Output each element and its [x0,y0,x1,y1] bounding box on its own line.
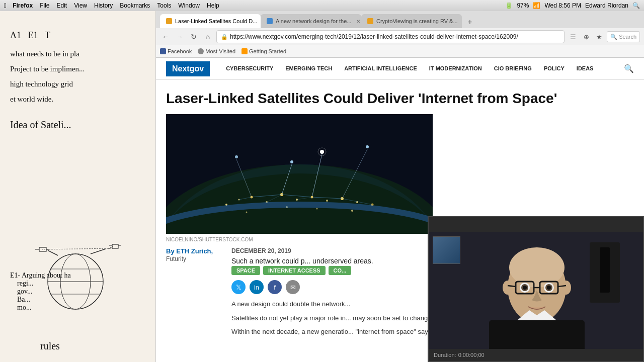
window-menu[interactable]: Window [178,2,200,9]
star-favicon [242,48,248,54]
most-visited-label: Most Visited [205,48,235,54]
nextgov-logo[interactable]: Nextgov [166,61,210,76]
bookmarks-bar: Facebook Most Visited Getting Started [156,45,644,57]
svg-point-60 [561,281,571,295]
note-line-9: gov... [10,288,145,296]
share-email-button[interactable]: ✉ [286,280,300,294]
view-menu[interactable]: View [74,2,87,9]
svg-line-14 [42,248,113,249]
extensions-icon[interactable]: ⊕ [581,31,592,42]
svg-rect-54 [600,247,610,293]
note-line-8: regi... [10,280,145,288]
nav-cio[interactable]: CIO BRIEFING [488,58,538,80]
facebook-favicon [160,48,166,54]
forward-button[interactable]: → [174,31,185,42]
nav-ideas[interactable]: IDEAS [571,58,600,80]
article-author: By ETH Zurich, Futurity [166,247,216,262]
article-author-block: By ETH Zurich, Futurity [166,247,216,341]
toolbar-icons: ☰ ⊕ ★ 🔍 Search [568,31,640,42]
apple-menu[interactable]:  [4,2,7,10]
author-name[interactable]: By ETH Zurich, [166,247,213,255]
note-rules: rules [40,340,60,352]
video-thumbnail [433,236,460,264]
tab-label-2: A new network design for the... [276,18,351,24]
tab-1[interactable]: Laser-Linked Satellites Could D... ✕ [160,14,261,28]
site-search-icon[interactable]: 🔍 [624,64,634,73]
svg-point-47 [366,145,369,148]
bookmarks-menu[interactable]: Bookmarks [120,2,150,9]
article-title: Laser-Linked Satellites Could Deliver 'I… [166,90,634,107]
nav-policy[interactable]: POLICY [538,58,571,80]
note-line-4: high technology grid [10,76,145,92]
tab-close-2[interactable]: ✕ [356,19,360,24]
battery-level: 97% [517,2,529,9]
nav-menu: CYBERSECURITY EMERGING TECH ARTIFICIAL I… [220,58,624,80]
tools-menu[interactable]: Tools [157,2,171,9]
note-line-3: Project to be implimen... [10,61,145,76]
svg-point-26 [326,200,328,202]
bookmark-most-visited[interactable]: Most Visited [198,48,235,54]
share-linkedin-button[interactable]: in [250,280,264,294]
share-twitter-button[interactable]: 𝕏 [231,280,246,294]
history-menu[interactable]: History [94,2,113,9]
tab-label-3: CryptoViewing is creating RV &... [376,18,458,24]
bookmark-getting-started[interactable]: Getting Started [242,48,286,54]
note-line-2: what needs to be in pla [10,46,145,61]
svg-line-5 [91,249,106,254]
back-button[interactable]: ← [160,31,171,42]
note-line-5: et world wide. [10,92,145,107]
help-menu[interactable]: Help [207,2,219,9]
author-org: Futurity [166,255,186,262]
svg-point-48 [235,155,238,158]
nextgov-header: Nextgov CYBERSECURITY EMERGING TECH ARTI… [156,58,644,80]
tag-internet-access[interactable]: INTERNET ACCESS [263,266,326,275]
tab-favicon-3 [367,18,373,24]
search-label: Search [619,34,636,40]
article-image [166,114,433,234]
nav-emerging-tech[interactable]: EMERGING TECH [279,58,338,80]
nav-it-mod[interactable]: IT MODERNIZATION [423,58,488,80]
browser-chrome: Laser-Linked Satellites Could D... ✕ A n… [156,11,644,58]
new-tab-button[interactable]: + [464,16,476,28]
reader-view-icon[interactable]: ☰ [568,31,579,42]
refresh-button[interactable]: ↻ [188,31,199,42]
tab-3[interactable]: CryptoViewing is creating RV &... ✕ [361,14,462,28]
duration-value: 0:00:00;00 [458,352,485,358]
edit-menu[interactable]: Edit [56,2,67,9]
address-bar[interactable]: 🔒 https://www.nextgov.com/emerging-tech/… [216,30,565,43]
search-icon-small: 🔍 [610,34,617,40]
svg-point-30 [246,211,248,213]
search-icon[interactable]: 🔍 [632,2,640,9]
search-box[interactable]: 🔍 Search [607,31,640,42]
bookmark-facebook[interactable]: Facebook [160,48,192,54]
main-layout: A1 E1 T what needs to be in pla Project … [0,11,644,362]
nav-ai[interactable]: ARTIFICIAL INTELLIGENCE [338,58,423,80]
tag-col[interactable]: CO... [329,266,352,275]
note-line-6: Idea of Sateli... [10,115,145,135]
svg-point-45 [290,160,293,163]
home-button[interactable]: ⌂ [202,31,213,42]
note-line-10: Ba... [10,296,145,304]
tab-2[interactable]: A new network design for the... ✕ [261,14,361,28]
video-content [429,232,643,349]
share-facebook-button[interactable]: f [268,280,282,294]
handwritten-notes: A1 E1 T what needs to be in pla Project … [0,11,155,362]
getting-started-label: Getting Started [249,48,286,54]
tab-label-1: Laser-Linked Satellites Could D... [175,18,257,24]
notes-panel: A1 E1 T what needs to be in pla Project … [0,11,156,362]
svg-point-32 [316,208,318,209]
battery-icon: 🔋 [505,2,513,9]
video-person [429,232,643,349]
svg-line-10 [48,250,58,255]
note-line-1: A1 E1 T [10,26,145,44]
svg-point-68 [547,286,551,290]
app-name-menu[interactable]: Firefox [13,2,33,9]
note-line-11: mo... [10,304,145,312]
file-menu[interactable]: File [40,2,49,9]
bookmark-star-icon[interactable]: ★ [594,31,605,42]
nav-cybersecurity[interactable]: CYBERSECURITY [220,58,279,80]
tab-favicon-2 [267,18,273,24]
tab-bar: Laser-Linked Satellites Could D... ✕ A n… [156,11,644,28]
tag-space[interactable]: SPACE [231,266,260,275]
svg-point-64 [523,286,527,290]
